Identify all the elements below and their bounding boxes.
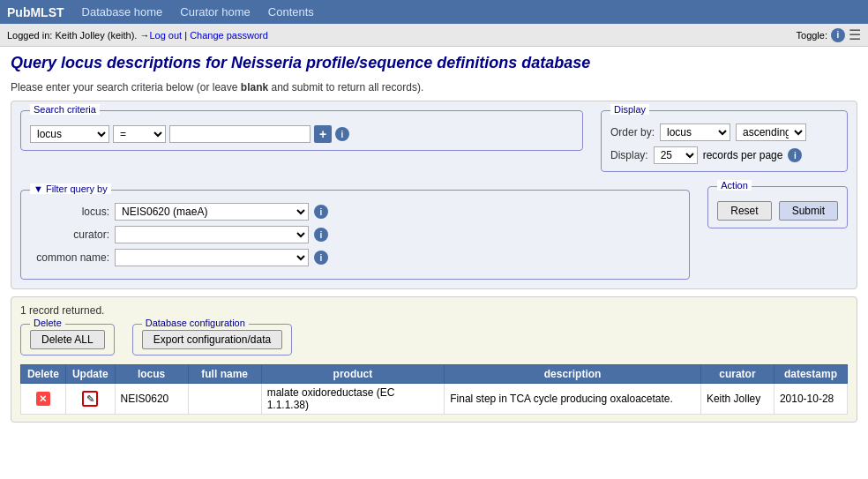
record-count: 1 record returned. bbox=[20, 304, 848, 317]
action-legend: Action bbox=[717, 180, 752, 191]
submit-button[interactable]: Submit bbox=[779, 201, 838, 221]
search-display-row: Search criteria locus full name product … bbox=[20, 110, 848, 179]
toggle-area: Toggle: i ☰ bbox=[797, 26, 861, 43]
criteria-field-select[interactable]: locus full name product description cura… bbox=[30, 125, 109, 143]
search-criteria-panel: Search criteria locus full name product … bbox=[20, 110, 583, 158]
th-curator: curator bbox=[700, 365, 774, 384]
per-page-info-icon[interactable]: i bbox=[788, 148, 802, 162]
row-description: Final step in TCA cycle producing oxaloa… bbox=[445, 384, 701, 415]
table-header-row: Delete Update locus full name product de… bbox=[21, 365, 848, 384]
th-delete: Delete bbox=[21, 365, 66, 384]
row-delete-cell: ✕ bbox=[21, 384, 66, 415]
filter-curator-info-icon[interactable]: i bbox=[314, 228, 328, 242]
filter-toggle-arrow[interactable]: ▼ bbox=[34, 183, 43, 194]
th-update: Update bbox=[65, 365, 115, 384]
filter-body: ▼ Filter query by locus: NEIS0620 (maeA)… bbox=[20, 190, 690, 280]
order-by-label: Order by: bbox=[610, 126, 655, 138]
display-legend: Display bbox=[610, 104, 649, 115]
db-config-box: Database configuration Export configurat… bbox=[132, 324, 292, 356]
per-page-select[interactable]: 10 25 50 100 bbox=[654, 146, 698, 164]
results-table: Delete Update locus full name product de… bbox=[20, 364, 848, 415]
filter-section: ▼ Filter query by locus: NEIS0620 (maeA)… bbox=[20, 186, 690, 280]
action-section: Action Reset Submit bbox=[707, 186, 848, 228]
th-description: description bbox=[445, 365, 701, 384]
filter-curator-select[interactable] bbox=[115, 226, 309, 243]
filter-legend: ▼ Filter query by bbox=[30, 183, 111, 194]
row-datestamp: 2010-10-28 bbox=[774, 384, 847, 415]
add-criteria-button[interactable]: + bbox=[314, 125, 332, 143]
row-product: malate oxidoreductase (EC 1.1.1.38) bbox=[261, 384, 445, 415]
criteria-row: locus full name product description cura… bbox=[30, 125, 573, 143]
search-criteria-box: Search criteria locus full name product … bbox=[20, 110, 583, 151]
per-page-suffix: records per page bbox=[703, 149, 783, 161]
hamburger-menu-icon[interactable]: ☰ bbox=[849, 26, 861, 43]
search-outer-panel: Search criteria locus full name product … bbox=[11, 101, 857, 289]
filter-locus-row: locus: NEIS0620 (maeA) NEIS0001 NEIS0002… bbox=[30, 203, 680, 221]
criteria-operator-select[interactable]: = contains starts with ends with > < bbox=[113, 125, 166, 143]
hint-text: Please enter your search criteria below … bbox=[11, 81, 857, 94]
filter-locus-select[interactable]: NEIS0620 (maeA) NEIS0001 NEIS0002 bbox=[115, 203, 309, 221]
delete-all-button[interactable]: Delete ALL bbox=[30, 330, 105, 349]
brand-logo: PubMLST bbox=[7, 5, 64, 19]
export-button[interactable]: Export configuration/data bbox=[142, 330, 282, 349]
nav-contents[interactable]: Contents bbox=[261, 4, 321, 20]
th-locus: locus bbox=[115, 365, 188, 384]
top-nav: PubMLST Database home Curator home Conte… bbox=[0, 0, 868, 24]
criteria-value-input[interactable] bbox=[169, 125, 311, 143]
nav-curator-home[interactable]: Curator home bbox=[173, 4, 257, 20]
login-bar: Logged in: Keith Jolley (keith). →Log ou… bbox=[0, 24, 868, 47]
row-delete-button[interactable]: ✕ bbox=[36, 392, 50, 406]
table-row: ✕ ✎ NEIS0620 malate oxidoreductase (EC 1… bbox=[21, 384, 848, 415]
delete-box: Delete Delete ALL bbox=[20, 324, 115, 356]
results-section: 1 record returned. Delete Delete ALL Dat… bbox=[11, 296, 857, 423]
criteria-info-icon[interactable]: i bbox=[335, 127, 349, 141]
filter-curator-row: curator: i bbox=[30, 226, 680, 243]
row-edit-icon[interactable]: ✎ bbox=[82, 391, 98, 407]
th-product: product bbox=[261, 365, 445, 384]
change-password-link[interactable]: Change password bbox=[190, 30, 268, 41]
main-content: Please enter your search criteria below … bbox=[0, 76, 868, 428]
row-curator: Keith Jolley bbox=[700, 384, 774, 415]
toggle-info-icon[interactable]: i bbox=[831, 28, 845, 42]
tools-row: Delete Delete ALL Database configuration… bbox=[20, 324, 848, 356]
search-criteria-legend: Search criteria bbox=[30, 104, 100, 115]
row-fullname bbox=[188, 384, 261, 415]
filter-commonname-row: common name: i bbox=[30, 249, 680, 266]
nav-database-home[interactable]: Database home bbox=[75, 4, 170, 20]
filter-fields: locus: NEIS0620 (maeA) NEIS0001 NEIS0002… bbox=[30, 203, 680, 266]
filter-commonname-info-icon[interactable]: i bbox=[314, 251, 328, 265]
display-panel: Display Order by: locus full name produc… bbox=[601, 110, 848, 179]
filter-commonname-label: common name: bbox=[30, 251, 109, 264]
filter-action-row: ▼ Filter query by locus: NEIS0620 (maeA)… bbox=[20, 186, 848, 280]
filter-curator-label: curator: bbox=[30, 228, 109, 241]
db-config-legend: Database configuration bbox=[142, 318, 249, 328]
direction-select[interactable]: ascending descending bbox=[736, 123, 806, 141]
order-by-select[interactable]: locus full name product curator datestam… bbox=[660, 123, 730, 141]
filter-locus-label: locus: bbox=[30, 206, 109, 218]
display-box: Display Order by: locus full name produc… bbox=[601, 110, 848, 172]
row-update-cell: ✎ bbox=[65, 384, 115, 415]
login-info: Logged in: Keith Jolley (keith). →Log ou… bbox=[7, 30, 268, 41]
order-by-row: Order by: locus full name product curato… bbox=[610, 123, 838, 141]
page-title: Query locus descriptions for Neisseria p… bbox=[0, 47, 868, 76]
display-label: Display: bbox=[610, 149, 648, 161]
row-locus: NEIS0620 bbox=[115, 384, 188, 415]
filter-locus-info-icon[interactable]: i bbox=[314, 205, 328, 219]
th-fullname: full name bbox=[188, 365, 261, 384]
th-datestamp: datestamp bbox=[774, 365, 847, 384]
filter-commonname-select[interactable] bbox=[115, 249, 309, 266]
action-btn-row: Reset Submit bbox=[717, 201, 838, 221]
reset-button[interactable]: Reset bbox=[717, 201, 771, 221]
per-page-row: Display: 10 25 50 100 records per page i bbox=[610, 146, 838, 164]
action-panel: Action Reset Submit bbox=[707, 186, 848, 228]
delete-box-legend: Delete bbox=[30, 318, 65, 328]
logout-link[interactable]: Log out bbox=[149, 30, 182, 41]
